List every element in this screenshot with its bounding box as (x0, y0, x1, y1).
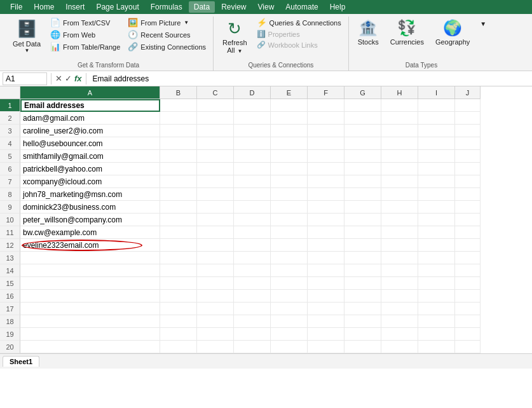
cell-h19[interactable] (381, 328, 418, 341)
cell-j14[interactable] (455, 264, 481, 277)
cell-d13[interactable] (234, 252, 271, 264)
cell-g14[interactable] (344, 264, 381, 277)
cell-a6[interactable]: patrickbell@yahoo.com (20, 163, 160, 175)
cell-d4[interactable] (234, 137, 271, 150)
cell-d9[interactable] (234, 201, 271, 214)
cell-g11[interactable] (344, 226, 381, 239)
cell-j15[interactable] (455, 277, 481, 290)
cell-i12[interactable] (418, 239, 455, 252)
cell-h4[interactable] (381, 137, 418, 150)
cell-e8[interactable] (271, 188, 308, 201)
cell-g10[interactable] (344, 214, 381, 226)
cell-d5[interactable] (234, 150, 271, 163)
col-header-i[interactable]: I (418, 86, 455, 99)
cell-e15[interactable] (271, 277, 308, 290)
cell-h17[interactable] (381, 303, 418, 315)
menu-item-home[interactable]: Home (29, 1, 59, 13)
cell-b10[interactable] (160, 214, 197, 226)
cell-c14[interactable] (197, 264, 234, 277)
cell-j4[interactable] (455, 137, 481, 150)
cell-h13[interactable] (381, 252, 418, 264)
cell-a14[interactable] (20, 264, 160, 277)
cell-c7[interactable] (197, 175, 234, 188)
cell-j7[interactable] (455, 175, 481, 188)
col-header-a[interactable]: A (20, 86, 160, 99)
cell-g19[interactable] (344, 328, 381, 341)
stocks-button[interactable]: 🏦 Stocks (353, 17, 384, 48)
cell-i15[interactable] (418, 277, 455, 290)
cell-e9[interactable] (271, 201, 308, 214)
cell-d19[interactable] (234, 328, 271, 341)
cell-a9[interactable]: dominick23@business.com (20, 201, 160, 214)
cell-b14[interactable] (160, 264, 197, 277)
cell-c13[interactable] (197, 252, 234, 264)
cell-i11[interactable] (418, 226, 455, 239)
cell-h7[interactable] (381, 175, 418, 188)
cell-b12[interactable] (160, 239, 197, 252)
cell-e18[interactable] (271, 315, 308, 328)
cell-a8[interactable]: john78_marketing@msn.com (20, 188, 160, 201)
cell-j18[interactable] (455, 315, 481, 328)
cell-a10[interactable]: peter_willson@company.com (20, 214, 160, 226)
sheet-tab-sheet1[interactable]: Sheet1 (3, 356, 39, 367)
from-picture-button[interactable]: 🖼️ From Picture ▼ (125, 17, 209, 29)
cell-i17[interactable] (418, 303, 455, 315)
cell-g2[interactable] (344, 112, 381, 125)
cell-i13[interactable] (418, 252, 455, 264)
cell-i9[interactable] (418, 201, 455, 214)
cell-f6[interactable] (308, 163, 344, 175)
cell-c17[interactable] (197, 303, 234, 315)
cell-a4[interactable]: hello@usebouncer.com (20, 137, 160, 150)
cell-e6[interactable] (271, 163, 308, 175)
cell-b5[interactable] (160, 150, 197, 163)
cell-j1[interactable] (455, 99, 481, 112)
cell-e2[interactable] (271, 112, 308, 125)
cell-c1[interactable] (197, 99, 234, 112)
cell-g5[interactable] (344, 150, 381, 163)
cell-b8[interactable] (160, 188, 197, 201)
cell-d18[interactable] (234, 315, 271, 328)
from-text-csv-button[interactable]: 📄 From Text/CSV (47, 17, 123, 29)
recent-sources-button[interactable]: 🕐 Recent Sources (125, 29, 209, 41)
menu-item-automate[interactable]: Automate (280, 1, 323, 13)
cell-f17[interactable] (308, 303, 344, 315)
cell-h18[interactable] (381, 315, 418, 328)
cell-i19[interactable] (418, 328, 455, 341)
menu-item-help[interactable]: Help (325, 1, 351, 13)
cell-b18[interactable] (160, 315, 197, 328)
cell-d7[interactable] (234, 175, 271, 188)
cell-e5[interactable] (271, 150, 308, 163)
cell-e19[interactable] (271, 328, 308, 341)
cell-b2[interactable] (160, 112, 197, 125)
col-header-g[interactable]: G (344, 86, 381, 99)
cell-i10[interactable] (418, 214, 455, 226)
col-header-j[interactable]: J (455, 86, 481, 99)
cell-b13[interactable] (160, 252, 197, 264)
menu-item-file[interactable]: File (5, 1, 27, 13)
cell-c4[interactable] (197, 137, 234, 150)
cell-e14[interactable] (271, 264, 308, 277)
cell-i4[interactable] (418, 137, 455, 150)
cell-g20[interactable] (344, 341, 381, 353)
cell-c6[interactable] (197, 163, 234, 175)
cell-b19[interactable] (160, 328, 197, 341)
cell-f19[interactable] (308, 328, 344, 341)
cell-i20[interactable] (418, 341, 455, 353)
col-header-b[interactable]: B (160, 86, 197, 99)
cell-h5[interactable] (381, 150, 418, 163)
cell-i8[interactable] (418, 188, 455, 201)
cell-i7[interactable] (418, 175, 455, 188)
cell-f2[interactable] (308, 112, 344, 125)
cell-d20[interactable] (234, 341, 271, 353)
cell-j13[interactable] (455, 252, 481, 264)
cell-f4[interactable] (308, 137, 344, 150)
cell-j2[interactable] (455, 112, 481, 125)
cell-g12[interactable] (344, 239, 381, 252)
cell-j17[interactable] (455, 303, 481, 315)
cell-g4[interactable] (344, 137, 381, 150)
cell-h12[interactable] (381, 239, 418, 252)
cell-d14[interactable] (234, 264, 271, 277)
cell-f13[interactable] (308, 252, 344, 264)
cell-c5[interactable] (197, 150, 234, 163)
get-data-button[interactable]: 🗄️ Get Data ▼ (8, 17, 46, 56)
